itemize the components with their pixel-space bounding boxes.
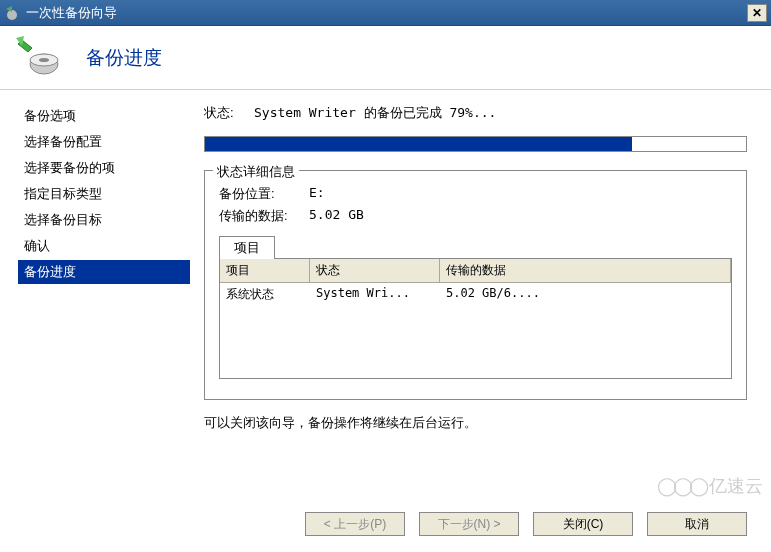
svg-point-3: [39, 58, 49, 62]
next-button: 下一步(N) >: [419, 512, 519, 536]
td-status: System Wri...: [310, 283, 440, 306]
titlebar: 一次性备份向导 ✕: [0, 0, 771, 26]
status-value: System Writer 的备份已完成 79%...: [254, 104, 496, 122]
backup-location-value: E:: [309, 185, 325, 203]
wizard-steps-sidebar: 备份选项 选择备份配置 选择要备份的项 指定目标类型 选择备份目标 确认 备份进…: [0, 90, 190, 490]
window-close-button[interactable]: ✕: [747, 4, 767, 22]
tab-items[interactable]: 项目: [219, 236, 275, 259]
status-row: 状态: System Writer 的备份已完成 79%...: [204, 104, 747, 122]
wizard-content: 状态: System Writer 的备份已完成 79%... 状态详细信息 备…: [190, 90, 771, 490]
sidebar-item-items[interactable]: 选择要备份的项: [18, 156, 190, 180]
watermark: ◯◯◯ 亿速云: [657, 474, 763, 498]
watermark-icon: ◯◯◯: [657, 475, 705, 497]
close-button[interactable]: 关闭(C): [533, 512, 633, 536]
th-transferred[interactable]: 传输的数据: [440, 259, 731, 282]
sidebar-item-config[interactable]: 选择备份配置: [18, 130, 190, 154]
page-title: 备份进度: [86, 45, 162, 71]
sidebar-item-confirm[interactable]: 确认: [18, 234, 190, 258]
sidebar-item-target[interactable]: 选择备份目标: [18, 208, 190, 232]
table-row[interactable]: 系统状态 System Wri... 5.02 GB/6....: [220, 283, 731, 306]
watermark-text: 亿速云: [709, 474, 763, 498]
close-icon: ✕: [752, 6, 762, 20]
items-table: 项目 状态 传输的数据 系统状态 System Wri... 5.02 GB/6…: [219, 259, 732, 379]
tab-strip: 项目: [219, 235, 732, 259]
prev-button: < 上一步(P): [305, 512, 405, 536]
data-transferred-value: 5.02 GB: [309, 207, 364, 225]
th-status[interactable]: 状态: [310, 259, 440, 282]
wizard-button-row: < 上一步(P) 下一步(N) > 关闭(C) 取消: [305, 512, 747, 536]
app-icon: [4, 5, 20, 21]
progress-bar: [204, 136, 747, 152]
wizard-header: 备份进度: [0, 26, 771, 90]
backup-location-label: 备份位置:: [219, 185, 309, 203]
sidebar-item-options[interactable]: 备份选项: [18, 104, 190, 128]
status-label: 状态:: [204, 104, 254, 122]
details-groupbox: 状态详细信息 备份位置: E: 传输的数据: 5.02 GB 项目 项目 状态 …: [204, 170, 747, 400]
td-item: 系统状态: [220, 283, 310, 306]
close-note: 可以关闭该向导，备份操作将继续在后台运行。: [204, 414, 747, 432]
groupbox-title: 状态详细信息: [213, 163, 299, 181]
window-title: 一次性备份向导: [24, 4, 747, 22]
cancel-button[interactable]: 取消: [647, 512, 747, 536]
th-item[interactable]: 项目: [220, 259, 310, 282]
backup-icon: [14, 34, 62, 82]
progress-fill: [205, 137, 632, 151]
sidebar-item-progress[interactable]: 备份进度: [18, 260, 190, 284]
data-transferred-label: 传输的数据:: [219, 207, 309, 225]
backup-location-row: 备份位置: E:: [219, 185, 732, 203]
td-transferred: 5.02 GB/6....: [440, 283, 731, 306]
data-transferred-row: 传输的数据: 5.02 GB: [219, 207, 732, 225]
sidebar-item-target-type[interactable]: 指定目标类型: [18, 182, 190, 206]
wizard-body: 备份选项 选择备份配置 选择要备份的项 指定目标类型 选择备份目标 确认 备份进…: [0, 90, 771, 490]
table-header: 项目 状态 传输的数据: [220, 259, 731, 283]
